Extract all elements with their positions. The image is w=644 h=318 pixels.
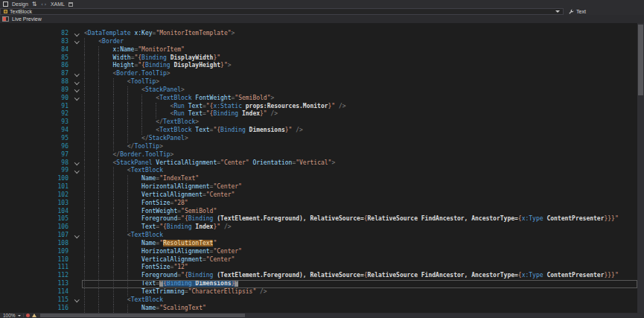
code-line[interactable]: 107<TextBlock	[0, 232, 637, 240]
element-dropdown[interactable]: TextBlock	[0, 8, 564, 15]
member-dropdown[interactable]: Text	[564, 8, 590, 15]
token: "	[213, 240, 217, 247]
fold-chevron-icon[interactable]	[74, 233, 79, 238]
code-line[interactable]: 87<Border.ToolTip>	[0, 70, 637, 78]
fold-margin[interactable]	[73, 70, 82, 78]
code-line[interactable]: 105Foreground="{Binding (TextElement.For…	[0, 215, 637, 223]
token: DataTemplate	[88, 30, 135, 36]
zoom-control[interactable]: 100%	[3, 313, 21, 318]
code-line[interactable]: 93</TextBlock>	[0, 118, 637, 127]
code-line[interactable]: 102VerticalAlignment="Center"	[0, 191, 637, 200]
code-line[interactable]: 113Text="{Binding Dimensions}"	[0, 280, 637, 288]
code-line[interactable]: 92<Run Text="{Binding Index}" />	[0, 110, 637, 118]
code-area[interactable]: 82<DataTemplate x:Key="MonitorItemTempla…	[0, 30, 637, 313]
code-line[interactable]: 111FontSize="12"	[0, 264, 637, 272]
horizontal-scrollbar[interactable]	[40, 314, 643, 317]
token: "Center"	[220, 159, 252, 166]
code-line[interactable]: 91<Run Text="{x:Static props:Resources.M…	[0, 103, 637, 111]
fold-chevron-icon[interactable]	[74, 39, 79, 43]
code-line[interactable]: 98<StackPanel VerticalAlignment="Center"…	[0, 159, 637, 168]
code-line[interactable]: 89<StackPanel>	[0, 86, 637, 95]
horizontal-scrollbar-thumb[interactable]	[40, 314, 245, 317]
token: RelativeSource FindAncestor, AncestorTyp…	[368, 215, 518, 222]
fold-chevron-icon[interactable]	[74, 87, 79, 92]
code-line[interactable]: 115<TextBlock	[0, 296, 637, 305]
code-text: </ToolTip>	[82, 143, 637, 151]
code-line[interactable]: 114TextTrimming="CharacterEllipsis" />	[0, 288, 637, 296]
indent-guide	[84, 200, 98, 208]
indent-guide	[127, 208, 141, 216]
fold-chevron-icon[interactable]	[74, 80, 79, 84]
indent-guide	[98, 248, 112, 256]
code-line[interactable]: 101HorizontalAlignment="Center"	[0, 183, 637, 191]
indent-guide	[113, 183, 127, 191]
code-editor[interactable]: 82<DataTemplate x:Key="MonitorItemTempla…	[0, 23, 637, 313]
fold-chevron-icon[interactable]	[74, 95, 79, 100]
popout-icon[interactable]	[68, 2, 73, 7]
code-line[interactable]: 94<TextBlock Text="{Binding Dimensions}"…	[0, 127, 637, 135]
indent-guide	[98, 296, 112, 305]
token: "SemiBold"	[181, 208, 217, 214]
indent-guide	[84, 118, 98, 127]
code-line[interactable]: 85Width="{Binding DisplayWidth}"	[0, 54, 637, 63]
code-line[interactable]: 82<DataTemplate x:Key="MonitorItemTempla…	[0, 30, 637, 38]
indent-guide	[141, 110, 156, 118]
live-preview-label[interactable]: Live Preview	[12, 16, 42, 22]
document-health-icon[interactable]	[26, 314, 30, 317]
code-line[interactable]: 83<Border	[0, 38, 637, 46]
code-line[interactable]: 106Text="{Binding Index}" />	[0, 223, 637, 232]
code-line[interactable]: 103FontSize="28"	[0, 200, 637, 208]
token: "Center"	[213, 183, 242, 190]
code-line[interactable]: 108Name="ResolutionText"	[0, 240, 637, 248]
token: }}}"	[604, 215, 618, 222]
fold-margin[interactable]	[73, 38, 82, 46]
fold-chevron-icon[interactable]	[74, 31, 79, 36]
token: "{	[138, 62, 145, 69]
fold-margin[interactable]	[73, 78, 82, 86]
token: }}}"	[604, 272, 618, 279]
vertical-scrollbar-thumb[interactable]	[638, 25, 643, 95]
fold-margin[interactable]	[73, 167, 82, 175]
code-line[interactable]: 116Name="ScalingText"	[0, 305, 637, 313]
indent-guide	[98, 54, 112, 63]
token: Binding	[145, 62, 170, 69]
swap-panes-icon[interactable]: ⇅	[32, 1, 37, 7]
indent-guide	[113, 78, 127, 86]
fold-chevron-icon[interactable]	[74, 168, 79, 173]
token: Dimensions	[246, 127, 285, 133]
token: ResolutionText	[163, 240, 213, 247]
line-number: 87	[0, 70, 73, 78]
fold-chevron-icon[interactable]	[74, 71, 79, 76]
fold-margin[interactable]	[73, 86, 82, 95]
fold-margin[interactable]	[73, 95, 82, 103]
fold-margin[interactable]	[73, 232, 82, 240]
code-line[interactable]: 112Foreground="{Binding (TextElement.For…	[0, 272, 637, 280]
fold-margin[interactable]	[73, 159, 82, 168]
code-text: <ToolTip>	[82, 78, 637, 86]
vertical-scrollbar[interactable]	[637, 23, 644, 313]
code-line[interactable]: 104FontWeight="SemiBold"	[0, 208, 637, 216]
code-line[interactable]: 99<TextBlock	[0, 167, 637, 175]
code-line[interactable]: 95</StackPanel>	[0, 135, 637, 143]
fold-chevron-icon[interactable]	[74, 160, 79, 165]
fold-chevron-icon[interactable]	[74, 297, 79, 302]
code-line[interactable]: 109HorizontalAlignment="Center"	[0, 248, 637, 256]
code-line[interactable]: 97</Border.ToolTip>	[0, 151, 637, 159]
indent-guide	[127, 305, 141, 313]
line-number: 84	[0, 46, 73, 54]
indent-guide	[113, 296, 127, 305]
indent-guide	[141, 95, 156, 103]
code-line[interactable]: 86Height="{Binding DisplayHeight}">	[0, 62, 637, 70]
chevron-down-icon	[18, 315, 21, 317]
code-line[interactable]: 88<ToolTip>	[0, 78, 637, 86]
code-line[interactable]: 84x:Name="MonitorItem"	[0, 46, 637, 54]
code-line[interactable]: 110VerticalAlignment="Center"	[0, 256, 637, 264]
code-line[interactable]: 90<TextBlock FontWeight="SemiBold">	[0, 95, 637, 103]
code-line[interactable]: 100Name="IndexText"	[0, 175, 637, 183]
live-preview-icon	[2, 16, 9, 22]
fold-margin[interactable]	[73, 296, 82, 305]
code-line[interactable]: 96</ToolTip>	[0, 143, 637, 151]
design-tab[interactable]: Design	[12, 1, 28, 7]
xaml-tab[interactable]: XAML	[51, 1, 65, 7]
fold-margin[interactable]	[73, 30, 82, 38]
